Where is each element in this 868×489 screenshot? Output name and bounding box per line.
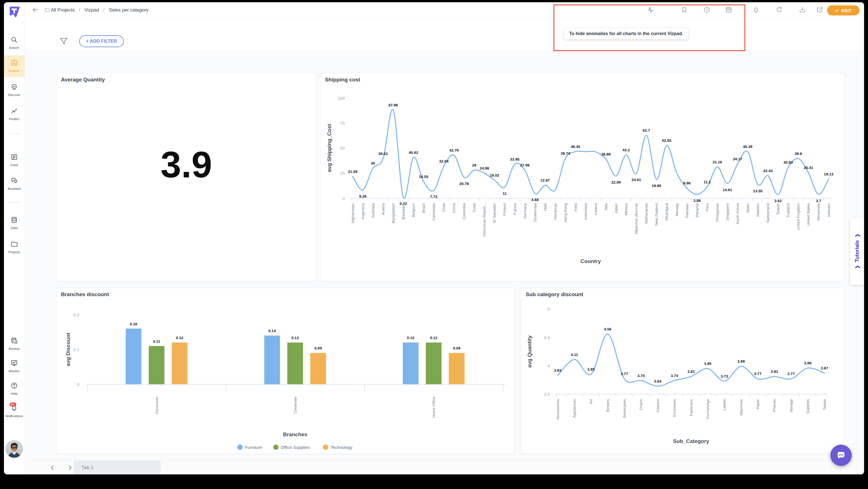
sidebar-item-assistant[interactable]: Assistant — [4, 177, 25, 190]
refresh-button[interactable] — [774, 5, 784, 14]
sidebar-item-monitor[interactable]: Monitor — [4, 359, 25, 373]
back-button[interactable] — [31, 5, 40, 14]
history-button[interactable] — [702, 5, 712, 14]
svg-text:11: 11 — [503, 191, 507, 196]
svg-text:4.11: 4.11 — [571, 353, 578, 357]
card-shipping-cost[interactable]: Shipping cost 0255075100Countryavg Shipp… — [320, 73, 844, 281]
svg-text:3.83: 3.83 — [554, 368, 562, 372]
explore-icon — [10, 59, 18, 67]
svg-text:39.6: 39.6 — [795, 152, 802, 156]
sidebar-item-label: Data — [4, 226, 25, 230]
svg-text:Cuba: Cuba — [472, 203, 476, 213]
logo-icon[interactable] — [8, 6, 21, 18]
card-sub-category-discount[interactable]: Sub category discount 3.544.55Sub_Catego… — [521, 288, 844, 454]
chart-title: Branches discount — [61, 291, 109, 298]
pencil-icon — [835, 8, 839, 13]
svg-text:21.59: 21.59 — [348, 169, 358, 174]
share-button[interactable] — [815, 5, 825, 14]
svg-text:39.52: 39.52 — [378, 152, 388, 156]
folder-icon — [40, 6, 44, 13]
breadcrumb-vizpad[interactable]: Vizpad — [85, 7, 99, 13]
tutorials-label: Tutorials — [854, 240, 860, 262]
schedule-button[interactable] — [724, 5, 734, 14]
sidebar-item-feed[interactable]: Feed — [4, 153, 25, 167]
chevron-left-icon[interactable] — [49, 464, 56, 471]
svg-text:Afghanistan: Afghanistan — [351, 203, 355, 223]
sidebar-item-help[interactable]: Help — [4, 382, 25, 395]
svg-text:Haiti: Haiti — [543, 203, 547, 211]
feed-icon — [10, 153, 18, 161]
download-icon — [799, 6, 806, 13]
card-average-quantity[interactable]: Average Quantity 3.9 — [56, 73, 316, 281]
sidebar-item-predict[interactable]: Predict — [4, 107, 25, 121]
tab-tab1[interactable]: Tab 1 — [73, 461, 161, 475]
svg-text:Furnishings: Furnishings — [706, 399, 710, 419]
svg-text:0.1: 0.1 — [73, 347, 80, 352]
sidebar-item-label: Feed — [4, 163, 25, 167]
svg-text:3.87: 3.87 — [821, 366, 828, 370]
sidebar-item-label: Discover — [4, 93, 25, 97]
svg-text:Envelopes: Envelopes — [672, 399, 677, 417]
svg-text:0: 0 — [342, 196, 345, 201]
svg-text:34.17: 34.17 — [733, 157, 742, 161]
svg-text:7.72: 7.72 — [430, 195, 437, 199]
anomaly-toggle-button[interactable] — [646, 5, 655, 14]
svg-text:Chile: Chile — [442, 203, 446, 212]
card-branches-discount[interactable]: Branches discount 00.10.2Branchesavg Dis… — [56, 288, 515, 454]
svg-text:0.2: 0.2 — [73, 313, 80, 317]
add-filter-button[interactable]: + ADD FILTER — [79, 35, 124, 47]
svg-text:12.97: 12.97 — [540, 178, 550, 183]
svg-text:100: 100 — [338, 96, 345, 100]
svg-text:Bangladesh: Bangladesh — [391, 203, 395, 223]
sidebar-item-discover[interactable]: Discover — [4, 83, 25, 97]
svg-text:Guatemala: Guatemala — [533, 203, 537, 222]
download-button[interactable] — [798, 5, 807, 14]
svg-text:28: 28 — [472, 163, 476, 167]
topbar: All Projects / Vizpad / Sales per catego… — [25, 2, 864, 18]
sidebar-item-search[interactable]: Search — [4, 36, 25, 50]
svg-text:Branches: Branches — [283, 431, 308, 437]
tutorials-tab[interactable]: ❯ Tutorials ❯ — [850, 218, 864, 285]
sidebar-item-projects[interactable]: Projects — [4, 240, 25, 254]
svg-text:4.5: 4.5 — [544, 335, 550, 340]
breadcrumb-current-page: Sales per category — [109, 7, 149, 13]
chevron-right-icon[interactable] — [66, 464, 73, 471]
svg-text:14.61: 14.61 — [722, 188, 732, 192]
svg-text:Honduras: Honduras — [553, 203, 557, 220]
sidebar-item-data[interactable]: Data — [4, 216, 25, 230]
breadcrumb-all-projects[interactable]: All Projects — [51, 7, 75, 13]
svg-text:3.62: 3.62 — [774, 199, 782, 203]
funnel-icon[interactable] — [59, 36, 68, 46]
sub-category-line-chart: 3.544.55Sub_Categoryavg QuantityAccessor… — [521, 288, 844, 454]
svg-text:30.83: 30.83 — [783, 160, 793, 164]
svg-text:22.43: 22.43 — [763, 169, 773, 173]
svg-text:avg Discount: avg Discount — [65, 333, 71, 366]
sidebar-item-backup[interactable]: Backup — [4, 337, 25, 350]
svg-text:3.74: 3.74 — [671, 373, 678, 378]
svg-text:0.12: 0.12 — [430, 336, 437, 340]
svg-text:Colombia: Colombia — [462, 203, 466, 220]
svg-text:China: China — [452, 203, 456, 213]
svg-text:Country: Country — [581, 258, 601, 264]
svg-text:Norway: Norway — [675, 203, 679, 216]
svg-text:Technology: Technology — [330, 445, 352, 450]
svg-text:Nicaragua: Nicaragua — [664, 203, 669, 221]
svg-text:United Kingdom: United Kingdom — [796, 203, 800, 230]
svg-text:39.74: 39.74 — [560, 151, 570, 156]
avatar[interactable] — [5, 440, 23, 458]
edit-button[interactable]: EDIT — [827, 5, 860, 15]
bookmark-icon — [681, 6, 688, 13]
svg-text:3.81: 3.81 — [687, 369, 695, 373]
svg-text:Brazil: Brazil — [422, 203, 426, 213]
discover-icon — [10, 83, 18, 91]
svg-text:Bookcases: Bookcases — [622, 399, 626, 418]
chat-launcher[interactable] — [830, 445, 852, 466]
svg-text:Accessories: Accessories — [556, 399, 560, 420]
svg-text:Ireland: Ireland — [594, 203, 598, 215]
svg-text:4: 4 — [547, 363, 550, 368]
sidebar-item-explore[interactable]: Explore — [4, 55, 25, 77]
bookmark-button[interactable] — [680, 5, 689, 14]
sidebar: Search Explore Discover Predict Feed A — [4, 2, 25, 475]
sidebar-item-notifications[interactable]: 99+ Notifications — [4, 404, 25, 418]
alerts-button[interactable] — [751, 5, 761, 14]
